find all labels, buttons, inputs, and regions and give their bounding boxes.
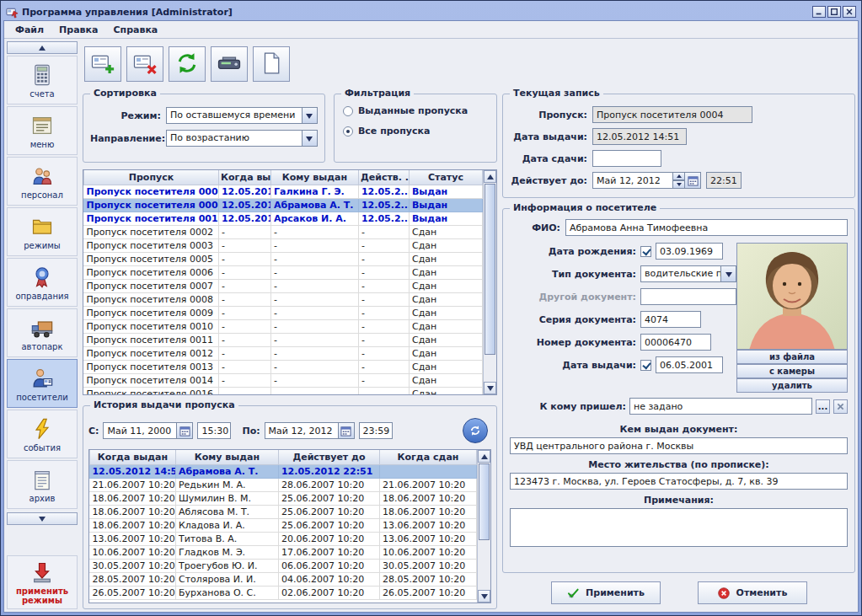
table-row[interactable]: Пропуск посетителя 0011---Сдан: [83, 333, 482, 346]
combo-arrow-button[interactable]: [302, 108, 317, 123]
return-date-field[interactable]: [592, 150, 661, 167]
history-table-scrollbar[interactable]: [477, 450, 490, 603]
doc-number-field[interactable]: 00006470: [640, 334, 711, 351]
column-header[interactable]: Пропуск: [83, 170, 218, 185]
table-row[interactable]: 26.05.2007 10:20Бурханова О. С.02.06.200…: [89, 586, 476, 599]
table-row[interactable]: 18.06.2007 10:20Аблясова М. Т.25.06.2007…: [89, 505, 476, 518]
doc-issue-date-checkbox[interactable]: [640, 360, 651, 371]
table-row[interactable]: Пропуск посетителя 0006---Сдан: [83, 265, 482, 279]
scrollbar-thumb[interactable]: [479, 463, 490, 540]
table-row[interactable]: 30.05.2007 10:20Троегубов Ю. И.06.06.200…: [89, 559, 476, 572]
sidebar-item-menu[interactable]: меню: [7, 106, 78, 155]
table-row[interactable]: Пропуск посетителя 0010---Сдан: [83, 319, 482, 333]
sidebar-item-accounts[interactable]: счета: [7, 56, 78, 104]
menu-help[interactable]: Справка: [105, 23, 165, 37]
table-row[interactable]: Пропуск посетителя 0007---Сдан: [83, 279, 482, 292]
table-row[interactable]: 28.05.2007 10:20Столярова И. И.04.06.200…: [89, 572, 476, 586]
card-reader-button[interactable]: [211, 46, 248, 82]
issued-by-field[interactable]: УВД центрального района г. Москвы: [510, 437, 848, 454]
cancel-button[interactable]: Отменить: [698, 581, 807, 604]
sidebar-item-personnel[interactable]: персонал: [7, 157, 78, 206]
column-header[interactable]: Когда сдан: [379, 450, 476, 464]
add-pass-button[interactable]: [84, 46, 121, 82]
sidebar-item-apply-modes[interactable]: применить режимы: [7, 555, 78, 609]
sidebar-item-archive[interactable]: архив: [7, 460, 78, 509]
scrollbar-track[interactable]: [484, 183, 496, 382]
issue-date-field[interactable]: 12.05.2012 14:51: [592, 128, 687, 145]
passes-table-scrollbar[interactable]: [483, 170, 496, 394]
table-row[interactable]: 18.06.2007 10:20Шумилин В. М.25.06.2007 …: [89, 491, 476, 505]
table-row[interactable]: Пропуск посетителя 0002---Сдан: [83, 225, 482, 238]
menu-file[interactable]: Файл: [8, 23, 51, 37]
refresh-button[interactable]: [169, 46, 206, 82]
sidebar-scroll-up-button[interactable]: [7, 41, 78, 54]
table-row[interactable]: Пропуск посетителя 0012---Сдан: [83, 346, 482, 360]
filter-all-radio[interactable]: Все пропуска: [343, 126, 488, 137]
new-document-button[interactable]: [253, 46, 290, 82]
table-row[interactable]: Пропуск посетителя 0003---Сдан: [83, 238, 482, 252]
maximize-button[interactable]: [827, 6, 841, 18]
valid-until-time-field[interactable]: 22:51: [706, 172, 742, 189]
fio-field[interactable]: Абрамова Анна Тимофеевна: [565, 219, 848, 236]
table-row[interactable]: Пропуск посетителя 0013---Сдан: [83, 360, 482, 373]
scrollbar-up-button[interactable]: [478, 450, 490, 463]
table-row[interactable]: Пропуск посетителя 0009---Сдан: [83, 306, 482, 319]
table-row[interactable]: Пропуск посетителя 000112.05.2012Галкина…: [83, 185, 482, 198]
birth-date-field[interactable]: 03.09.1969: [656, 243, 723, 260]
history-to-date-field[interactable]: Май 12, 2012: [265, 422, 339, 439]
table-row[interactable]: Пропуск посетителя 0005---Сдан: [83, 252, 482, 265]
doc-issue-date-field[interactable]: 06.05.2001: [656, 356, 723, 373]
photo-delete-button[interactable]: удалить: [736, 378, 848, 393]
minimize-button[interactable]: [812, 6, 826, 18]
table-row[interactable]: Пропуск посетителя 0016---Сдан: [83, 387, 482, 394]
column-header[interactable]: Кому выдан: [175, 450, 278, 464]
visit-to-clear-button[interactable]: [833, 399, 848, 414]
sidebar-scroll-down-button[interactable]: [7, 512, 78, 525]
calendar-button[interactable]: [685, 172, 701, 189]
column-header[interactable]: Когда выд...: [218, 170, 270, 185]
spinner-down-button[interactable]: [673, 180, 685, 189]
delete-pass-button[interactable]: [126, 46, 163, 82]
address-field[interactable]: 123473 г. Москва, ул. Героев Статосферы,…: [510, 473, 848, 490]
table-row[interactable]: Пропуск посетителя 001512.05.2012Арсаков…: [83, 212, 482, 225]
filter-issued-radio[interactable]: Выданные пропуска: [343, 105, 488, 116]
doc-series-field[interactable]: 4074: [640, 311, 701, 328]
scrollbar-thumb[interactable]: [485, 184, 495, 355]
visit-to-browse-button[interactable]: ...: [816, 399, 830, 414]
birth-date-checkbox[interactable]: [640, 246, 651, 257]
valid-until-date-field[interactable]: Май 12, 2012: [592, 172, 673, 189]
history-from-time-field[interactable]: 15:30: [197, 422, 231, 439]
scrollbar-up-button[interactable]: [484, 170, 496, 183]
table-row[interactable]: 13.06.2007 10:20Титова В. А.20.06.2007 1…: [89, 532, 476, 545]
combo-arrow-button[interactable]: [720, 266, 736, 281]
close-button[interactable]: [843, 6, 856, 18]
table-row[interactable]: Пропуск посетителя 000412.05.2012Абрамов…: [83, 198, 482, 212]
scrollbar-down-button[interactable]: [478, 590, 490, 603]
menu-edit[interactable]: Правка: [51, 23, 105, 37]
photo-from-camera-button[interactable]: с камеры: [736, 364, 848, 378]
table-row[interactable]: 12.05.2012 14:51Абрамова А. Т.12.05.2012…: [89, 464, 476, 478]
sidebar-item-fleet[interactable]: автопарк: [7, 308, 78, 357]
combo-arrow-button[interactable]: [302, 131, 317, 146]
table-row[interactable]: Пропуск посетителя 0014---Сдан: [83, 373, 482, 387]
doc-type-combobox[interactable]: водительские пр...: [640, 265, 736, 282]
column-header[interactable]: Действ. ...: [358, 170, 409, 185]
column-header[interactable]: Кому выдан: [270, 170, 358, 185]
apply-button[interactable]: Применить: [551, 581, 661, 604]
photo-from-file-button[interactable]: из файла: [736, 350, 848, 364]
sidebar-item-events[interactable]: события: [7, 410, 78, 458]
scrollbar-down-button[interactable]: [484, 382, 496, 394]
calendar-button[interactable]: [177, 422, 193, 439]
table-row[interactable]: 18.06.2007 10:20Кладова И. А.25.06.2007 …: [89, 518, 476, 532]
table-row[interactable]: 21.06.2007 10:20Редькин М. А.28.06.2007 …: [89, 478, 476, 491]
column-header[interactable]: Когда выдан: [89, 450, 175, 464]
calendar-button[interactable]: [339, 422, 355, 439]
sidebar-item-justifications[interactable]: оправдания: [7, 258, 78, 307]
sort-mode-combobox[interactable]: По оставшемуся времени: [166, 107, 318, 124]
notes-textarea[interactable]: [510, 508, 848, 547]
history-to-time-field[interactable]: 23:59: [359, 422, 393, 439]
column-header[interactable]: Действует до: [278, 450, 379, 464]
table-row[interactable]: Пропуск посетителя 0008---Сдан: [83, 292, 482, 306]
table-row[interactable]: 10.06.2007 10:20Гладков М. Э.17.06.2007 …: [89, 545, 476, 559]
other-doc-field[interactable]: [640, 288, 736, 305]
